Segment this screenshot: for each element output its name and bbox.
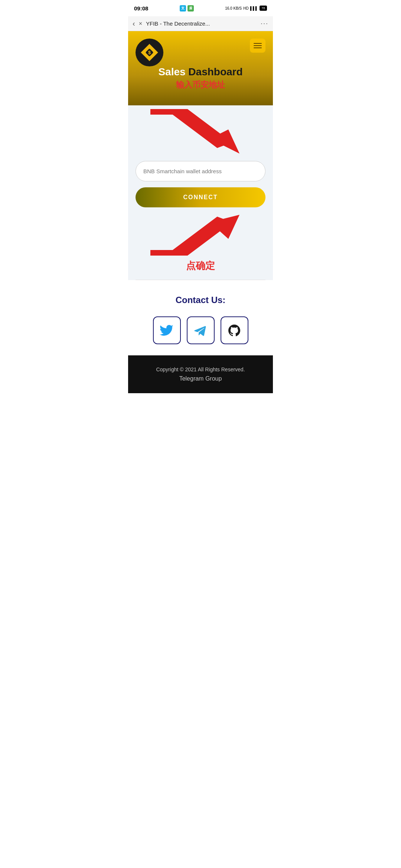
form-card: CONNECT [128,154,273,215]
signal-strength: ▌▌▌ [250,6,258,10]
connect-button[interactable]: CONNECT [136,187,265,207]
footer: Copyright © 2021 All Rights Reserved. Te… [128,355,273,393]
telegram-button[interactable] [187,316,215,344]
hero-title: Sales Dashboard [136,66,265,78]
social-icons [136,316,265,344]
alipay-icon: 支 [180,5,186,11]
security-icon: 盾 [188,5,194,11]
status-right: 16.0 KB/S HD ▌▌▌ 78 [225,6,267,11]
more-button[interactable]: ··· [261,20,268,27]
contact-section: Contact Us: [128,280,273,355]
twitter-button[interactable] [153,316,181,344]
hero-subtitle: 输入币安地址 [136,79,265,91]
svg-text:$: $ [148,50,151,55]
logo: $ [136,39,163,66]
menu-button[interactable] [250,39,265,53]
twitter-icon [159,323,174,338]
close-button[interactable]: × [139,20,142,27]
back-button[interactable]: ‹ [133,19,135,28]
network-type: HD [243,6,248,10]
battery-level: 78 [260,6,267,11]
bottom-red-arrow-svg [128,215,273,256]
status-bar: 09:08 支 盾 16.0 KB/S HD ▌▌▌ 78 [128,0,273,16]
status-time: 09:08 [134,5,148,11]
top-red-arrow-svg [128,105,273,154]
status-icons: 支 盾 [180,5,194,11]
github-icon [227,323,242,338]
copyright-text: Copyright © 2021 All Rights Reserved. [136,366,265,372]
main-content: CONNECT 点确定 Contact Us: [128,105,273,355]
bottom-arrow-area [128,215,273,256]
telegram-icon [193,323,208,338]
confirm-annotation: 点确定 [128,259,273,280]
top-arrow-area [128,105,273,154]
network-speed: 16.0 KB/S [225,6,242,10]
wallet-address-input[interactable] [136,161,265,181]
telegram-group-link[interactable]: Telegram Group [136,375,265,382]
hero-section: $ Sales Dashboard 输入币安地址 [128,31,273,105]
contact-title: Contact Us: [136,295,265,305]
browser-title: YFIB - The Decentralize... [146,20,257,27]
github-button[interactable] [221,316,248,344]
hero-text: Sales Dashboard 输入币安地址 [128,66,273,91]
browser-bar: ‹ × YFIB - The Decentralize... ··· [128,16,273,31]
